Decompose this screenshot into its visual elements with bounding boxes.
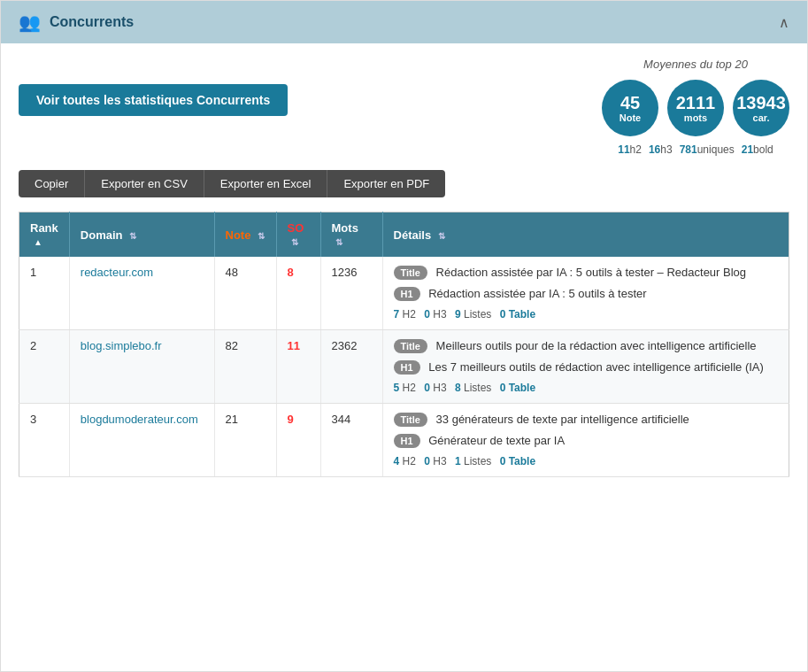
avg-car-label: car.	[753, 112, 770, 123]
h1-text-1: Les 7 meilleurs outils de rédaction avec…	[428, 360, 764, 374]
avg-mots-circle: 2111 mots	[667, 80, 724, 136]
section-title: Concurrents	[50, 14, 134, 30]
h2-lbl-1: H2	[399, 382, 419, 394]
listes-num-2: 1	[455, 455, 461, 467]
title-text-2: 33 générateurs de texte par intelligence…	[436, 413, 689, 426]
export-excel-button[interactable]: Exporter en Excel	[204, 170, 328, 197]
cell-mots-1: 2362	[320, 330, 382, 404]
cell-domain-2: blogdumoderateur.com	[69, 404, 214, 477]
see-all-stats-button[interactable]: Voir toutes les statistiques Concurrents	[19, 84, 288, 116]
averages-section: Moyennes du top 20 45 Note 2111 mots 139…	[602, 58, 789, 156]
col-domain[interactable]: Domain ⇅	[69, 212, 214, 258]
export-toolbar: Copier Exporter en CSV Exporter en Excel…	[1, 170, 807, 197]
table-row: 1 redacteur.com 48 8 1236 Title Rédactio…	[19, 257, 789, 330]
cell-rank-0: 1	[19, 257, 70, 330]
sort-note-icon[interactable]: ⇅	[258, 231, 265, 241]
title-tag-2: Title	[394, 413, 427, 427]
users-icon: 👥	[19, 12, 41, 33]
col-domain-label: Domain	[81, 228, 123, 242]
avg-bold-val: 21	[742, 143, 753, 156]
avg-bold-label: bold	[753, 143, 773, 156]
stats-row-1: 5 H2 0 H3 8 Listes 0 Table	[394, 382, 778, 394]
table-lbl-2: Table	[505, 455, 535, 467]
cell-details-1: Title Meilleurs outils pour de la rédact…	[382, 330, 789, 404]
competitors-table-wrapper: Rank ▲ Domain ⇅ Note ⇅ SO ⇅	[1, 197, 807, 495]
cell-note-1: 82	[214, 330, 276, 404]
avg-note-label: Note	[619, 112, 641, 123]
copy-button[interactable]: Copier	[19, 170, 85, 197]
avg-uniques-label: uniques	[697, 143, 735, 156]
title-text-1: Meilleurs outils pour de la rédaction av…	[436, 339, 757, 352]
table-row: 2 blog.simplebo.fr 82 11 2362 Title Meil…	[19, 330, 789, 404]
col-note[interactable]: Note ⇅	[214, 212, 276, 258]
section-header: 👥 Concurrents ∧	[1, 1, 807, 43]
avg-note-value: 45	[620, 93, 640, 112]
avg-car-value: 13943	[736, 93, 786, 112]
title-block-2: Title 33 générateurs de texte par intell…	[394, 413, 778, 427]
competitors-table: Rank ▲ Domain ⇅ Note ⇅ SO ⇅	[19, 212, 789, 477]
avg-car-circle: 13943 car.	[733, 80, 789, 136]
listes-num-0: 9	[455, 308, 461, 321]
title-block-0: Title Rédaction assistée par IA : 5 outi…	[394, 266, 778, 280]
cell-mots-0: 1236	[320, 257, 382, 330]
h3-lbl-2: H3	[430, 455, 450, 467]
domain-link-0[interactable]: redacteur.com	[81, 266, 153, 279]
avg-mots-value: 2111	[676, 93, 716, 112]
h1-tag-1: H1	[394, 360, 420, 375]
avg-uniques-val: 781	[680, 143, 697, 156]
domain-link-2[interactable]: blogdumoderateur.com	[81, 413, 198, 426]
h1-block-1: H1 Les 7 meilleurs outils de rédaction a…	[394, 360, 778, 375]
h1-tag-0: H1	[394, 287, 420, 301]
col-mots[interactable]: Mots ⇅	[320, 212, 382, 258]
h1-block-2: H1 Générateur de texte par IA	[394, 434, 778, 448]
table-lbl-0: Table	[505, 308, 535, 321]
h2-lbl-2: H2	[399, 455, 419, 467]
cell-so-0: 8	[276, 257, 320, 330]
listes-lbl-2: Listes	[461, 455, 495, 467]
domain-link-1[interactable]: blog.simplebo.fr	[81, 339, 162, 352]
top-section: Voir toutes les statistiques Concurrents…	[1, 43, 807, 170]
cell-note-2: 21	[214, 404, 276, 477]
sort-details-icon[interactable]: ⇅	[438, 231, 445, 241]
cell-rank-2: 3	[19, 404, 70, 477]
export-csv-button[interactable]: Exporter en CSV	[85, 170, 204, 197]
avg-mots-label: mots	[684, 112, 707, 123]
cell-mots-2: 344	[320, 404, 382, 477]
sort-rank-icon[interactable]: ▲	[34, 237, 42, 247]
averages-stats: 11h2 16h3 781uniques 21bold	[602, 143, 789, 156]
col-so-label: SO	[288, 221, 304, 235]
cell-note-0: 48	[214, 257, 276, 330]
col-note-label: Note	[226, 228, 251, 242]
stats-row-0: 7 H2 0 H3 9 Listes 0 Table	[394, 308, 778, 321]
table-lbl-1: Table	[505, 382, 535, 394]
col-rank[interactable]: Rank ▲	[19, 212, 70, 258]
col-so[interactable]: SO ⇅	[276, 212, 320, 258]
averages-label: Moyennes du top 20	[602, 58, 789, 71]
avg-h2-val: 11	[618, 143, 629, 156]
h3-num-1: 0	[424, 382, 430, 394]
h1-text-0: Rédaction assistée par IA : 5 outils à t…	[428, 287, 646, 300]
sort-mots-icon[interactable]: ⇅	[335, 237, 342, 247]
collapse-icon[interactable]: ∧	[779, 14, 789, 31]
h3-lbl-1: H3	[430, 382, 450, 394]
h3-lbl-0: H3	[430, 308, 450, 321]
title-tag-0: Title	[394, 266, 427, 280]
col-details-label: Détails	[394, 228, 432, 242]
title-tag-1: Title	[394, 339, 427, 353]
averages-circles: 45 Note 2111 mots 13943 car.	[602, 80, 789, 136]
sort-so-icon[interactable]: ⇅	[291, 237, 298, 247]
h3-num-2: 0	[424, 455, 430, 467]
col-mots-label: Mots	[332, 221, 358, 235]
h3-num-0: 0	[424, 308, 430, 321]
listes-lbl-1: Listes	[461, 382, 495, 394]
listes-lbl-0: Listes	[461, 308, 495, 321]
cell-details-0: Title Rédaction assistée par IA : 5 outi…	[382, 257, 789, 330]
col-details[interactable]: Détails ⇅	[382, 212, 789, 258]
h2-lbl-0: H2	[399, 308, 419, 321]
avg-h3-val: 16	[649, 143, 660, 156]
export-pdf-button[interactable]: Exporter en PDF	[327, 170, 445, 197]
avg-h3-label: h3	[660, 143, 672, 156]
table-header-row: Rank ▲ Domain ⇅ Note ⇅ SO ⇅	[19, 212, 789, 258]
sort-domain-icon[interactable]: ⇅	[129, 231, 136, 241]
table-row: 3 blogdumoderateur.com 21 9 344 Title 33…	[19, 404, 789, 477]
